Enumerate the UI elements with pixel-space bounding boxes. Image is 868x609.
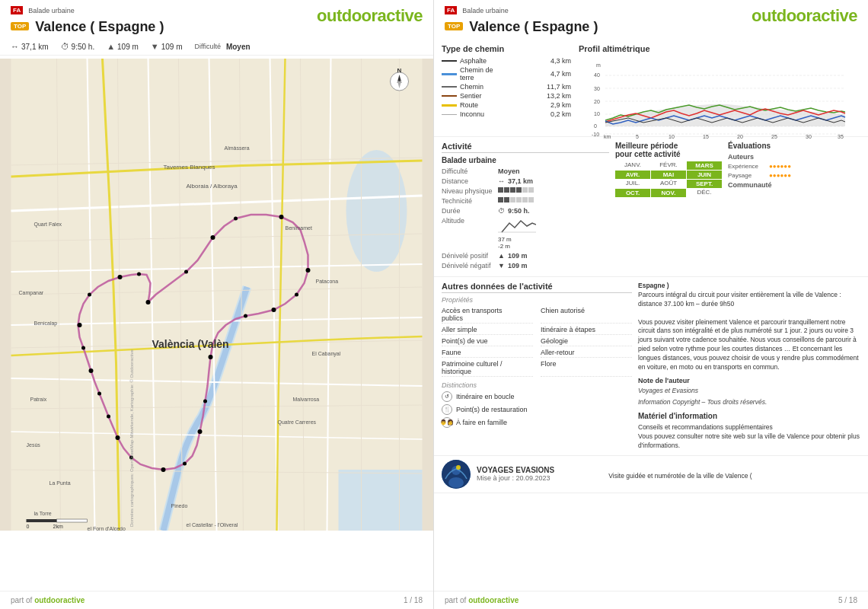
act-difficulte: Difficulté Moyen bbox=[442, 167, 609, 175]
map-svg: València (Valèn Tavernes Blanques Albora… bbox=[0, 59, 433, 531]
month-fevr: FÉVR. bbox=[651, 161, 686, 170]
svg-text:Benicalap: Benicalap bbox=[34, 320, 58, 327]
svg-point-45 bbox=[107, 415, 110, 419]
balade-label-right: FA Balade urbaine bbox=[445, 6, 598, 14]
svg-point-39 bbox=[234, 217, 238, 221]
svg-text:N: N bbox=[397, 67, 402, 74]
left-footer: part of outdooractive 1 / 18 bbox=[0, 591, 433, 609]
svg-text:25: 25 bbox=[771, 134, 777, 139]
svg-point-33 bbox=[161, 467, 166, 472]
act-duree: Durée ⏱ 9:50 h. bbox=[442, 207, 609, 215]
right-header-left: FA Balade urbaine TOP Valence ( Espagne … bbox=[445, 6, 598, 35]
svg-text:Patraix: Patraix bbox=[30, 397, 47, 402]
chemin-row-4: Sentier 13,2 km bbox=[442, 92, 571, 100]
svg-rect-74 bbox=[27, 519, 57, 522]
prop-1: Accès en transportspublics bbox=[442, 306, 533, 324]
svg-text:la Torre: la Torre bbox=[34, 511, 52, 516]
author-info: VOYAGES EVASIONS Mise à jour : 20.09.202… bbox=[477, 466, 602, 482]
svg-text:km: km bbox=[604, 134, 611, 139]
footer-brand-left: part of outdooractive bbox=[11, 596, 85, 604]
svg-rect-2 bbox=[339, 470, 423, 531]
stat-duration: ⏱ 9:50 h. bbox=[61, 42, 95, 51]
svg-point-29 bbox=[306, 268, 311, 273]
distinction-2: 🍴 Point(s) de restauration bbox=[442, 404, 632, 415]
props-grid: Accès en transportspublics Chien autoris… bbox=[442, 306, 632, 377]
chemin-row-5: Route 2,9 km bbox=[442, 101, 571, 109]
autres-title: Autres données de l'activité bbox=[442, 282, 632, 293]
svg-text:el Castellar - l'Oliveral: el Castellar - l'Oliveral bbox=[187, 522, 238, 528]
right-page: FA Balade urbaine TOP Valence ( Espagne … bbox=[434, 0, 868, 609]
svg-point-36 bbox=[78, 323, 82, 327]
materiel-section: Matériel d'information Conseils et recom… bbox=[638, 411, 860, 451]
svg-point-1 bbox=[346, 150, 407, 272]
svg-point-27 bbox=[211, 235, 215, 240]
page-title-right: Valence ( Espagne ) bbox=[469, 19, 598, 35]
chemin-line-1 bbox=[442, 60, 457, 62]
famille-icon: 👨‍👩 bbox=[442, 417, 452, 428]
stat-elevation-up: ▲ 109 m bbox=[107, 42, 139, 51]
prop-r2: Itinéraire à étapes bbox=[541, 325, 632, 335]
svg-text:30: 30 bbox=[594, 86, 600, 91]
brand-tag-right: FA bbox=[445, 6, 457, 14]
distinction-3: 👨‍👩 À faire en famille bbox=[442, 417, 632, 428]
stat-difficulty: Difficulté Moyen bbox=[195, 43, 251, 51]
auteurs-label: Auteurs bbox=[728, 153, 860, 161]
elevation-down-icon: ▼ bbox=[151, 42, 159, 51]
evaluations-section: Évaluations Auteurs Expérience ●●●●●● Pa… bbox=[728, 142, 860, 272]
footer-page-left: 1 / 18 bbox=[404, 596, 423, 604]
type-chemin-section: Type de chemin Asphalte 4,3 km Chemin de… bbox=[442, 44, 571, 132]
note-auteur: Note de l'auteur Voyages et Evasions bbox=[638, 376, 860, 395]
svg-text:30: 30 bbox=[806, 134, 812, 139]
note-auteur-text: Voyages et Evasions bbox=[638, 387, 698, 394]
month-sept: SEPT. bbox=[687, 180, 722, 188]
elevation-up-icon: ▲ bbox=[107, 42, 115, 51]
distinction-1: ↺ Itinéraire en boucle bbox=[442, 391, 632, 402]
svg-text:Almàssera: Almàssera bbox=[225, 145, 250, 151]
author-name: VOYAGES EVASIONS bbox=[477, 466, 602, 474]
activity-details-row: Activité Balade urbaine Difficulté Moyen… bbox=[434, 137, 868, 277]
prop-r1: Chien autorisé bbox=[541, 306, 632, 324]
month-janv: JANV. bbox=[615, 161, 650, 170]
eval-experience: Expérience ●●●●●● bbox=[728, 163, 860, 170]
outdooractive-logo-right: outdooractive bbox=[752, 6, 857, 26]
clock-icon: ⏱ bbox=[61, 42, 69, 51]
prop-r3: Géologie bbox=[541, 336, 632, 346]
distinctions-header: Distinctions bbox=[442, 381, 632, 389]
chemin-line-5 bbox=[442, 104, 457, 107]
page-title-left: Valence ( Espagne ) bbox=[35, 19, 164, 35]
month-mai: MAI bbox=[651, 171, 686, 179]
month-nov: NOV. bbox=[651, 189, 686, 197]
outdooractive-logo-left: outdooractive bbox=[317, 6, 423, 26]
svg-text:15: 15 bbox=[703, 134, 709, 139]
profil-title: Profil altimétrique bbox=[579, 44, 860, 53]
technicite-dots bbox=[498, 197, 534, 202]
svg-point-40 bbox=[295, 293, 298, 297]
description-text: Espagne ) Parcours intégral du circuit p… bbox=[638, 282, 860, 372]
prop-2: Aller simple bbox=[442, 325, 533, 335]
stats-bar: ↔ 37,1 km ⏱ 9:50 h. ▲ 109 m ▼ 109 m Diff… bbox=[0, 38, 433, 56]
svg-text:0: 0 bbox=[27, 524, 30, 529]
svg-text:València (Valèn: València (Valèn bbox=[152, 338, 229, 350]
autres-donnees-row: Autres données de l'activité Propriétés … bbox=[434, 277, 868, 456]
svg-text:20: 20 bbox=[594, 99, 600, 104]
left-header-left: FA Balade urbaine TOP Valence ( Espagne … bbox=[11, 6, 164, 35]
activite-section: Activité Balade urbaine Difficulté Moyen… bbox=[442, 142, 609, 272]
month-oct: OCT. bbox=[615, 189, 650, 197]
balade-label: FA Balade urbaine bbox=[11, 6, 164, 14]
svg-point-34 bbox=[116, 435, 120, 440]
svg-point-28 bbox=[279, 215, 284, 219]
month-dec: DÉC. bbox=[687, 189, 722, 197]
svg-point-47 bbox=[81, 346, 85, 350]
right-header: FA Balade urbaine TOP Valence ( Espagne … bbox=[434, 0, 868, 38]
stat-distance: ↔ 37,1 km bbox=[11, 42, 49, 51]
svg-point-43 bbox=[183, 462, 187, 466]
info-copyright: Information Copyright – Tous droits rése… bbox=[638, 397, 860, 407]
svg-point-42 bbox=[203, 400, 207, 403]
chemin-row-6: Inconnu 0,2 km bbox=[442, 110, 571, 118]
month-juil: JUIL. bbox=[615, 180, 650, 188]
footer-brand-right: part of outdooractive bbox=[445, 596, 519, 604]
evaluations-title: Évaluations bbox=[728, 142, 860, 150]
svg-text:El Cabanyal: El Cabanyal bbox=[312, 351, 341, 357]
boucle-icon: ↺ bbox=[442, 391, 452, 402]
autres-left: Autres données de l'activité Propriétés … bbox=[442, 282, 632, 451]
